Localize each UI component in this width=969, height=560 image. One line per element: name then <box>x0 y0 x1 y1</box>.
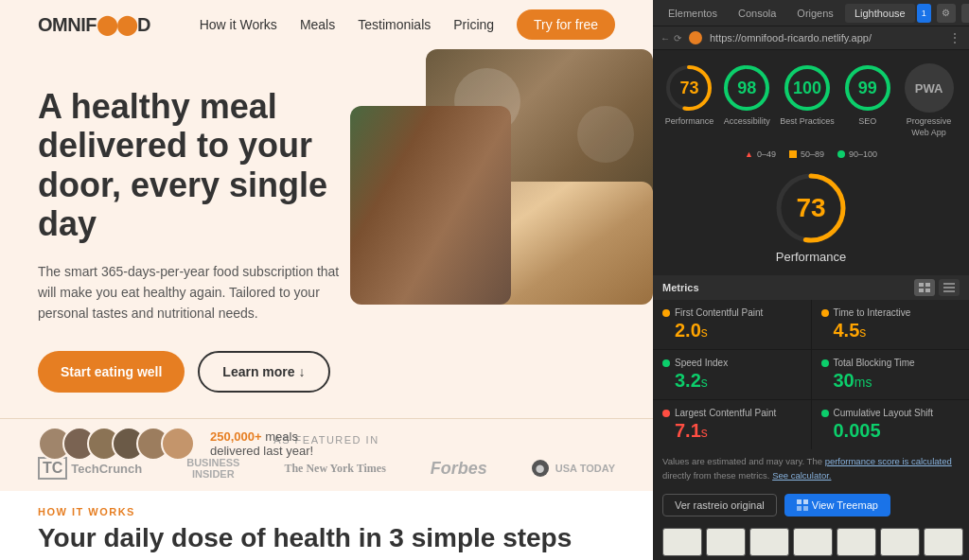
usa-today-logo: ⬤ USA TODAY <box>532 460 615 477</box>
svg-rect-19 <box>797 506 802 511</box>
metric-name-fcp: First Contentful Paint <box>675 307 763 318</box>
score-circle-accessibility: 98 <box>722 63 771 113</box>
thumbnail-5 <box>837 528 876 556</box>
hero-title: A healthy meal delivered to your door, e… <box>38 87 341 244</box>
score-circle-seo: 99 <box>843 63 892 113</box>
ver-rastreio-button[interactable]: Ver rastreio original <box>662 494 777 516</box>
svg-rect-16 <box>943 290 955 292</box>
hero-buttons: Start eating well Learn more ↓ <box>38 351 341 393</box>
nav-how-it-works[interactable]: How it Works <box>200 17 277 32</box>
score-value-pwa: PWA <box>915 81 943 96</box>
devtools-tabbar: Elementos Consola Origens Lighthouse 1 ⚙… <box>653 0 969 26</box>
devtools-more-icon[interactable]: ⋮ <box>961 4 969 23</box>
lighthouse-scores: 73 Performance 98 Accessibility 10 <box>653 50 969 146</box>
metric-value-tbt: 30ms <box>821 370 960 392</box>
score-value-best-practices: 100 <box>793 79 821 98</box>
metric-dot-lcp <box>662 410 670 417</box>
how-it-works-title: Your daily dose of health in 3 simple st… <box>38 523 615 553</box>
metric-dot-tti <box>821 309 829 317</box>
tab-elementos[interactable]: Elementos <box>659 4 727 23</box>
metric-tti: Time to Interactive 4.5s <box>812 300 970 349</box>
perf-score-link[interactable]: performance score is calculated <box>825 456 952 466</box>
metric-tbt: Total Blocking Time 30ms <box>812 350 970 399</box>
metrics-view-buttons <box>914 279 960 296</box>
url-menu-button[interactable]: ⋮ <box>948 30 961 45</box>
score-label-performance: Performance <box>665 116 714 128</box>
big-performance-label: Performance <box>776 250 846 264</box>
score-circle-best-practices: 100 <box>783 63 832 113</box>
techcrunch-text: TechCrunch <box>71 462 142 476</box>
start-eating-button[interactable]: Start eating well <box>38 351 185 393</box>
bottom-buttons: Ver rastreio original View Treemap <box>653 488 969 522</box>
url-text: https://omnifood-ricardo.netlify.app/ <box>710 32 941 44</box>
metrics-header: Metrics <box>653 275 969 300</box>
metric-value-si: 3.2s <box>662 370 802 392</box>
svg-rect-18 <box>803 499 808 504</box>
score-label-accessibility: Accessibility <box>724 116 770 128</box>
metric-name-tti: Time to Interactive <box>834 307 911 318</box>
thumbnail-6 <box>880 528 920 556</box>
legend-good-range: 90–100 <box>849 149 877 159</box>
nav-cta-button[interactable]: Try for free <box>517 9 615 40</box>
tab-consola[interactable]: Consola <box>729 4 785 23</box>
view-treemap-label: View Treemap <box>812 499 878 511</box>
customers-row: 250,000+ meals delivered last year! <box>38 427 341 461</box>
big-performance-circle: 73 <box>773 170 849 246</box>
svg-rect-13 <box>925 289 930 292</box>
score-circle-performance: 73 <box>664 63 714 113</box>
food-image-3 <box>350 106 511 305</box>
thumbnail-strip <box>653 522 969 560</box>
nav-links: How it Works Meals Testimonials Pricing … <box>200 16 615 33</box>
tab-lighthouse[interactable]: Lighthouse <box>845 4 915 23</box>
view-treemap-button[interactable]: View Treemap <box>784 494 890 516</box>
customers-text: 250,000+ meals delivered last year! <box>210 429 341 458</box>
learn-more-button[interactable]: Learn more ↓ <box>198 351 329 393</box>
logo: OMNIF⬤⬤D <box>38 13 150 36</box>
metric-fcp: First Contentful Paint 2.0s <box>653 300 811 349</box>
thumbnail-7 <box>924 528 963 556</box>
avatars <box>38 427 185 461</box>
view-grid-button[interactable] <box>914 279 935 296</box>
view-list-button[interactable] <box>939 279 960 296</box>
metric-lcp: Largest Contentful Paint 7.1s <box>653 400 811 449</box>
svg-rect-17 <box>797 499 802 504</box>
metrics-grid: First Contentful Paint 2.0s Time to Inte… <box>653 300 969 449</box>
footer-text: Values are estimated and may vary. The <box>662 456 825 466</box>
score-value-accessibility: 98 <box>737 79 756 98</box>
nav-pricing[interactable]: Pricing <box>453 17 494 32</box>
how-it-works-section: HOW IT WORKS Your daily dose of health i… <box>0 491 653 560</box>
score-label-pwa: Progressive Web App <box>901 116 958 138</box>
tab-origens[interactable]: Origens <box>787 4 843 23</box>
logo-circle2: ⬤ <box>116 14 137 35</box>
legend-fail: ▲ 0–49 <box>745 149 776 159</box>
legend-good: 90–100 <box>837 149 877 159</box>
website-panel: OMNIF⬤⬤D How it Works Meals Testimonials… <box>0 0 653 560</box>
big-performance-value: 73 <box>796 193 825 223</box>
metric-cls: Cumulative Layout Shift 0.005 <box>812 400 970 449</box>
devtools-settings-icon[interactable]: ⚙ <box>937 4 956 23</box>
legend-average-range: 50–89 <box>801 149 824 159</box>
metric-value-tti: 4.5s <box>821 320 960 341</box>
metric-value-cls: 0.005 <box>821 420 960 442</box>
navigation: OMNIF⬤⬤D How it Works Meals Testimonials… <box>0 0 653 49</box>
score-accessibility: 98 Accessibility <box>722 63 771 138</box>
metric-si: Speed Index 3.2s <box>653 350 811 399</box>
nav-testimonials[interactable]: Testimonials <box>358 17 431 32</box>
score-legend: ▲ 0–49 50–89 90–100 <box>653 146 969 163</box>
how-it-works-label: HOW IT WORKS <box>38 506 615 517</box>
devtools-count-badge: 1 <box>917 4 931 23</box>
metric-name-si: Speed Index <box>675 358 728 368</box>
metrics-footer: Values are estimated and may vary. The p… <box>653 449 969 488</box>
nav-meals[interactable]: Meals <box>300 17 335 32</box>
svg-rect-20 <box>803 506 808 511</box>
devtools-panel: Elementos Consola Origens Lighthouse 1 ⚙… <box>653 0 969 560</box>
avatar <box>161 427 195 461</box>
svg-rect-11 <box>925 283 930 287</box>
calculator-link[interactable]: See calculator. <box>772 470 831 481</box>
metric-value-fcp: 2.0s <box>662 320 802 341</box>
metric-dot-tbt <box>821 359 829 367</box>
customers-count: 250,000+ <box>210 429 262 444</box>
svg-rect-14 <box>943 283 955 285</box>
svg-rect-10 <box>919 283 924 287</box>
legend-average: 50–89 <box>789 149 824 159</box>
